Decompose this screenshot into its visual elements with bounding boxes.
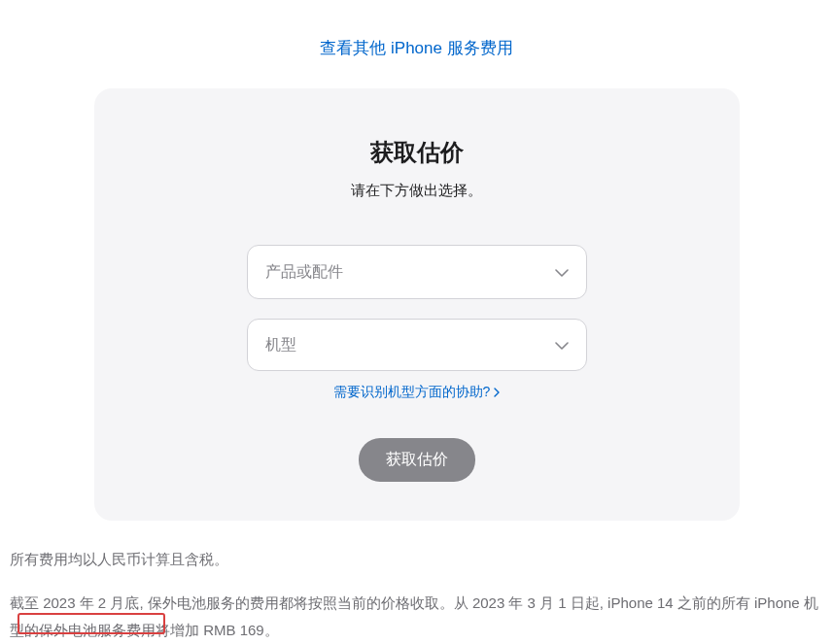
card-title: 获取估价 bbox=[133, 137, 701, 168]
footer-para-price-change: 截至 2023 年 2 月底, 保外电池服务的费用都将按照当前的价格收取。从 2… bbox=[10, 590, 823, 645]
get-estimate-button[interactable]: 获取估价 bbox=[359, 438, 475, 482]
identify-model-help-link[interactable]: 需要识别机型方面的协助? bbox=[333, 384, 501, 401]
card-subtitle: 请在下方做出选择。 bbox=[133, 182, 701, 200]
model-select[interactable]: 机型 bbox=[247, 319, 587, 371]
other-iphone-services-link[interactable]: 查看其他 iPhone 服务费用 bbox=[320, 39, 512, 57]
model-select-placeholder: 机型 bbox=[265, 335, 296, 356]
chevron-down-icon bbox=[555, 263, 569, 281]
help-link-row: 需要识别机型方面的协助? bbox=[133, 383, 701, 401]
chevron-right-icon bbox=[494, 385, 500, 400]
help-link-text: 需要识别机型方面的协助? bbox=[333, 384, 491, 401]
chevron-down-icon bbox=[555, 336, 569, 354]
top-link-container: 查看其他 iPhone 服务费用 bbox=[0, 0, 833, 88]
product-select[interactable]: 产品或配件 bbox=[247, 245, 587, 299]
footer-notes: 所有费用均以人民币计算且含税。 截至 2023 年 2 月底, 保外电池服务的费… bbox=[0, 521, 833, 644]
product-select-placeholder: 产品或配件 bbox=[265, 262, 343, 283]
estimate-card: 获取估价 请在下方做出选择。 产品或配件 机型 需要识别机型方面的协助? 获取估… bbox=[94, 88, 740, 521]
footer-para-currency: 所有费用均以人民币计算且含税。 bbox=[10, 546, 823, 574]
footer-para2-text: 截至 2023 年 2 月底, 保外电池服务的费用都将按照当前的价格收取。从 2… bbox=[10, 594, 818, 639]
